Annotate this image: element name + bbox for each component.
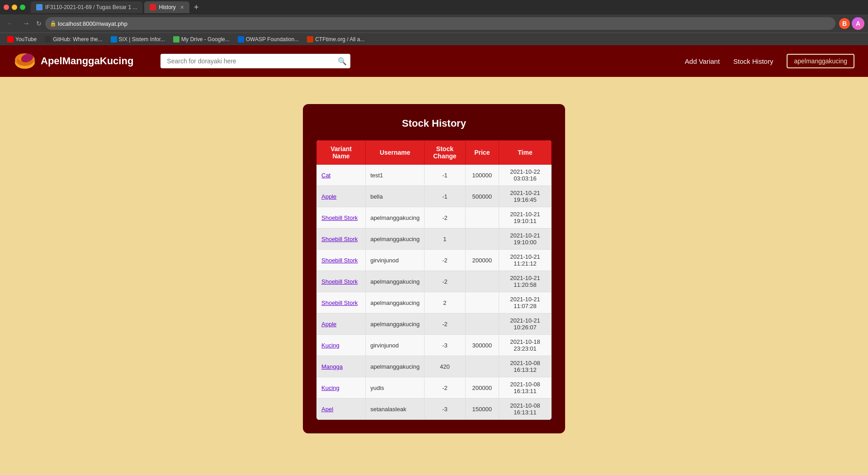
username-cell: apelmanggakucing bbox=[366, 314, 425, 335]
variant-link[interactable]: Shoebill Stork bbox=[321, 214, 358, 221]
stock-change-cell: 420 bbox=[425, 356, 465, 377]
time-cell: 2021-10-22 03:03:16 bbox=[499, 165, 552, 186]
header-username: Username bbox=[366, 141, 425, 165]
user-button[interactable]: apelmanggakucing bbox=[787, 54, 854, 68]
github-icon bbox=[45, 36, 51, 43]
variant-link[interactable]: Mangga bbox=[321, 363, 343, 370]
time-cell: 2021-10-21 19:16:45 bbox=[499, 186, 552, 207]
bookmark-label: SIX | Sistem Infor... bbox=[119, 36, 165, 43]
price-cell bbox=[465, 228, 499, 250]
search-button[interactable]: 🔍 bbox=[338, 57, 347, 66]
bookmark-owasp[interactable]: OWASP Foundation... bbox=[234, 35, 302, 43]
header-time: Time bbox=[499, 141, 552, 165]
history-table: Variant Name Username Stock Change Price… bbox=[316, 140, 552, 420]
forward-button[interactable]: → bbox=[20, 19, 33, 28]
table-row: Shoebill Storkgirvinjunod-22000002021-10… bbox=[317, 250, 552, 271]
time-cell: 2021-10-08 16:13:11 bbox=[499, 377, 552, 399]
new-tab-button[interactable]: + bbox=[191, 3, 202, 12]
table-row: Shoebill Storkapelmanggakucing-22021-10-… bbox=[317, 207, 552, 228]
username-cell: apelmanggakucing bbox=[366, 271, 425, 292]
time-cell: 2021-10-21 19:10:11 bbox=[499, 207, 552, 228]
variant-link[interactable]: Shoebill Stork bbox=[321, 236, 358, 242]
variant-link[interactable]: Kucing bbox=[321, 385, 340, 391]
close-tab-button[interactable]: × bbox=[180, 4, 184, 11]
variant-link[interactable]: Apel bbox=[321, 406, 333, 413]
table-row: Shoebill Storkapelmanggakucing22021-10-2… bbox=[317, 292, 552, 314]
price-cell: 500000 bbox=[465, 186, 499, 207]
price-cell bbox=[465, 271, 499, 292]
tab-favicon bbox=[36, 4, 42, 10]
tab-history[interactable]: History × bbox=[144, 1, 189, 13]
table-row: Kucingyudis-22000002021-10-08 16:13:11 bbox=[317, 377, 552, 399]
url-input[interactable] bbox=[45, 17, 835, 30]
table-row: Kucinggirvinjunod-33000002021-10-18 23:2… bbox=[317, 335, 552, 356]
time-cell: 2021-10-21 11:20:58 bbox=[499, 271, 552, 292]
time-cell: 2021-10-18 23:23:01 bbox=[499, 335, 552, 356]
bookmark-label: YouTube bbox=[15, 36, 37, 43]
logo-wrap: ApelManggaKucing bbox=[14, 50, 133, 72]
username-cell: bella bbox=[366, 186, 425, 207]
main-content: Stock History Variant Name Username Stoc… bbox=[0, 77, 868, 461]
variant-link[interactable]: Shoebill Stork bbox=[321, 278, 358, 285]
time-cell: 2021-10-21 19:10:00 bbox=[499, 228, 552, 250]
tab-label: History bbox=[159, 4, 175, 10]
time-cell: 2021-10-21 10:26:07 bbox=[499, 314, 552, 335]
reload-button[interactable]: ↻ bbox=[36, 20, 42, 27]
add-variant-link[interactable]: Add Variant bbox=[685, 57, 720, 65]
variant-link[interactable]: Cat bbox=[321, 172, 330, 179]
time-cell: 2021-10-21 11:21:12 bbox=[499, 250, 552, 271]
variant-link[interactable]: Shoebill Stork bbox=[321, 257, 358, 264]
price-cell bbox=[465, 292, 499, 314]
stock-change-cell: 1 bbox=[425, 228, 465, 250]
time-cell: 2021-10-21 11:07:28 bbox=[499, 292, 552, 314]
bookmark-label: OWASP Foundation... bbox=[246, 36, 299, 43]
stock-change-cell: -2 bbox=[425, 207, 465, 228]
stock-history-title: Stock History bbox=[316, 118, 552, 129]
price-cell bbox=[465, 314, 499, 335]
stock-change-cell: -2 bbox=[425, 377, 465, 399]
table-row: Cattest1-11000002021-10-22 03:03:16 bbox=[317, 165, 552, 186]
bookmark-six[interactable]: SIX | Sistem Infor... bbox=[107, 35, 169, 43]
price-cell: 300000 bbox=[465, 335, 499, 356]
search-input[interactable] bbox=[160, 54, 350, 68]
stock-change-cell: -3 bbox=[425, 335, 465, 356]
back-button[interactable]: ← bbox=[4, 19, 16, 28]
price-cell bbox=[465, 207, 499, 228]
table-row: Apelsetanalasleak-31500002021-10-08 16:1… bbox=[317, 399, 552, 420]
table-row: Shoebill Storkapelmanggakucing-22021-10-… bbox=[317, 271, 552, 292]
app-logo bbox=[14, 50, 36, 72]
price-cell: 200000 bbox=[465, 377, 499, 399]
owasp-icon bbox=[238, 36, 244, 43]
variant-link[interactable]: Kucing bbox=[321, 342, 340, 349]
close-window-button[interactable] bbox=[4, 5, 9, 10]
profile-icon[interactable]: A bbox=[852, 17, 864, 30]
bookmark-label: My Drive - Google... bbox=[181, 36, 230, 43]
bookmark-drive[interactable]: My Drive - Google... bbox=[170, 35, 233, 43]
username-cell: girvinjunod bbox=[366, 335, 425, 356]
maximize-window-button[interactable] bbox=[20, 5, 25, 10]
minimize-window-button[interactable] bbox=[12, 5, 17, 10]
variant-link[interactable]: Apple bbox=[321, 321, 336, 328]
browser-actions: B A bbox=[839, 17, 864, 30]
app-header: ApelManggaKucing 🔍 Add Variant Stock His… bbox=[0, 45, 868, 77]
url-bar-wrap: 🔒 bbox=[45, 17, 835, 30]
stock-change-cell: -3 bbox=[425, 399, 465, 420]
stock-history-link[interactable]: Stock History bbox=[733, 57, 773, 65]
tab-favicon bbox=[150, 4, 156, 10]
tab-if3110[interactable]: IF3110-2021-01-69 / Tugas Besar 1 ... bbox=[31, 1, 142, 13]
table-row: Applebella-15000002021-10-21 19:16:45 bbox=[317, 186, 552, 207]
header-price: Price bbox=[465, 141, 499, 165]
tab-bar: IF3110-2021-01-69 / Tugas Besar 1 ... Hi… bbox=[0, 0, 868, 14]
bookmarks-bar: YouTube GitHub: Where the... SIX | Siste… bbox=[0, 33, 868, 45]
bookmark-ctftime[interactable]: CTFtime.org / All a... bbox=[303, 35, 368, 43]
table-header: Variant Name Username Stock Change Price… bbox=[317, 141, 552, 165]
bookmark-github[interactable]: GitHub: Where the... bbox=[41, 35, 106, 43]
variant-link[interactable]: Apple bbox=[321, 193, 336, 200]
price-cell: 100000 bbox=[465, 165, 499, 186]
bookmark-youtube[interactable]: YouTube bbox=[4, 35, 40, 43]
stock-change-cell: -2 bbox=[425, 314, 465, 335]
stock-change-cell: -1 bbox=[425, 186, 465, 207]
variant-link[interactable]: Shoebill Stork bbox=[321, 299, 358, 306]
drive-icon bbox=[173, 36, 179, 43]
stock-change-cell: 2 bbox=[425, 292, 465, 314]
